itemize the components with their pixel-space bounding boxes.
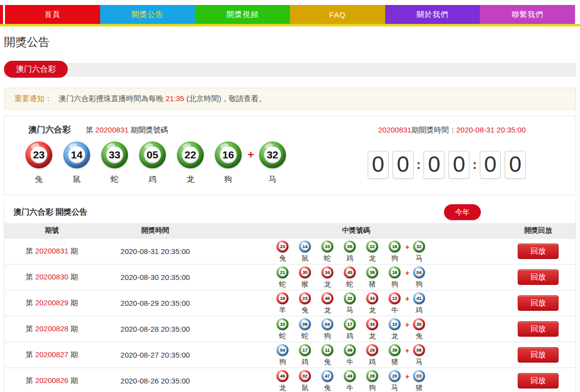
zodiac-label: 鼠 xyxy=(301,384,308,392)
row-draw-time: 2020-08-31 20:35:00 xyxy=(99,247,211,256)
lottery-ball: 47兔 xyxy=(321,370,333,392)
zodiac-label: 马 xyxy=(416,254,423,263)
row-winning-balls: 19羊23兔46龙32马34龙13牛+41鸡 xyxy=(211,291,501,315)
ball-number: 32 xyxy=(264,146,281,163)
nav-tab-videos[interactable]: 開獎視頻 xyxy=(195,5,290,24)
row-issue-number: 20200831 xyxy=(35,247,69,255)
zodiac-label: 兔 xyxy=(324,358,331,367)
nav-tab-announcements[interactable]: 開獎公告 xyxy=(100,5,195,24)
ball-red-icon: 29 xyxy=(366,344,378,356)
ball-number: 10 xyxy=(391,320,399,328)
nav-tab-home[interactable]: 首頁 xyxy=(5,5,100,24)
ball-number: 13 xyxy=(391,294,399,302)
ball-green-icon: 39 xyxy=(366,266,378,278)
row-replay-cell: 回放 xyxy=(501,244,576,259)
ball-number: 16 xyxy=(391,243,399,251)
table-row: 第 20200826 期2020-08-26 20:35:0046龙02鼠47兔… xyxy=(4,368,576,392)
ball-blue-icon: 04 xyxy=(413,266,425,278)
lottery-ball: 22龙 xyxy=(366,241,378,263)
ball-number: 19 xyxy=(279,294,287,302)
ball-red-icon: 30 xyxy=(299,266,311,278)
lottery-ball: 03猪 xyxy=(413,370,425,392)
zodiac-label: 蛇 xyxy=(279,280,286,289)
nav-accent-strip xyxy=(0,5,3,24)
row-issue-prefix: 第 xyxy=(25,350,35,359)
zodiac-label: 兔 xyxy=(324,384,331,392)
ball-blue-icon: 03 xyxy=(413,370,425,382)
lottery-tab-macau[interactable]: 澳门六合彩 xyxy=(4,61,68,78)
row-replay-cell: 回放 xyxy=(501,295,576,311)
table-row: 第 20200828 期2020-08-28 20:35:0033蛇09蛇04狗… xyxy=(4,316,576,342)
lottery-ball: 32马 xyxy=(344,292,356,315)
ball-green-icon: 39 xyxy=(389,344,401,356)
ball-number: 03 xyxy=(415,372,423,380)
ball-blue-icon: 41 xyxy=(413,292,425,304)
ball-blue-icon: 14 xyxy=(299,241,311,253)
ball-green-icon: 32 xyxy=(259,141,286,168)
replay-button[interactable]: 回放 xyxy=(518,295,559,311)
lottery-ball: 05鸡 xyxy=(344,241,356,263)
replay-button[interactable]: 回放 xyxy=(518,347,559,363)
zodiac-label: 鸡 xyxy=(416,306,423,315)
ball-green-icon: 05 xyxy=(344,241,356,253)
plus-icon: + xyxy=(405,292,410,304)
replay-button[interactable]: 回放 xyxy=(518,321,559,337)
row-issue-prefix: 第 xyxy=(25,376,35,385)
column-header-replay: 開獎回放 xyxy=(501,226,576,235)
ball-green-icon: 32 xyxy=(413,241,425,253)
ball-red-icon: 35 xyxy=(413,318,425,330)
table-row: 第 20200829 期2020-08-29 20:35:0019羊23兔46龙… xyxy=(4,290,576,316)
ball-number: 08 xyxy=(415,346,423,354)
lottery-ball: 34龙 xyxy=(366,292,378,315)
ball-red-icon: 08 xyxy=(413,344,425,356)
row-issue: 第 20200826 期 xyxy=(4,376,99,386)
row-issue-suffix: 期 xyxy=(68,324,78,333)
lottery-ball: 23兔 xyxy=(299,292,311,315)
this-year-button[interactable]: 今年 xyxy=(444,204,481,220)
draw-time-issue: 20200831 xyxy=(378,126,412,134)
nav-tab-contact[interactable]: 聯繫我們 xyxy=(480,5,575,24)
plus-icon: + xyxy=(248,141,254,168)
ball-number: 33 xyxy=(106,146,123,163)
issue-suffix: 期開獎號碼 xyxy=(129,126,168,134)
lottery-ball: 13牛 xyxy=(389,292,401,315)
lottery-ball: 29鸡 xyxy=(366,344,378,367)
lottery-ball: 16狗 xyxy=(389,266,401,289)
nav-tab-faq[interactable]: FAQ xyxy=(290,5,385,24)
zodiac-label: 蛇 xyxy=(279,332,286,341)
ball-red-icon: 34 xyxy=(321,266,333,278)
ball-number: 14 xyxy=(301,243,309,251)
nav-tab-about[interactable]: 關於我們 xyxy=(385,5,480,24)
ball-green-icon: 16 xyxy=(389,241,401,253)
replay-button[interactable]: 回放 xyxy=(518,244,559,259)
ball-green-icon: 33 xyxy=(321,241,333,253)
lottery-ball: 22龙 xyxy=(177,141,204,185)
row-issue: 第 20200831 期 xyxy=(4,247,99,256)
lottery-ball: 11兔 xyxy=(321,344,333,367)
ball-number: 45 xyxy=(346,268,354,276)
lottery-tab-bar-background xyxy=(4,63,576,77)
column-header-issue: 期號 xyxy=(4,226,99,235)
row-draw-time: 2020-08-29 20:35:00 xyxy=(99,299,211,307)
ball-blue-icon: 09 xyxy=(299,318,311,330)
ball-red-icon: 46 xyxy=(321,292,333,304)
ball-green-icon: 05 xyxy=(139,141,166,168)
zodiac-label: 龙 xyxy=(369,254,376,263)
ball-number: 30 xyxy=(301,268,309,276)
lottery-ball: 21蛇 xyxy=(277,266,289,289)
replay-button[interactable]: 回放 xyxy=(518,269,559,285)
row-issue-number: 20200829 xyxy=(35,298,69,307)
ball-number: 46 xyxy=(323,294,331,302)
zodiac-label: 龙 xyxy=(369,332,376,341)
notice-time: 21:35 xyxy=(165,94,184,103)
lottery-ball: 45蛇 xyxy=(344,266,356,289)
lottery-ball: 46龙 xyxy=(321,292,333,315)
zodiac-label: 狗 xyxy=(279,358,286,367)
countdown-digit: 0 xyxy=(480,151,501,179)
replay-button[interactable]: 回放 xyxy=(518,373,559,389)
lottery-tab-bar: 澳门六合彩 xyxy=(4,61,576,78)
row-winning-balls: 23兔14鼠33蛇05鸡22龙16狗+32马 xyxy=(211,240,501,263)
zodiac-label: 狗 xyxy=(224,174,232,185)
row-issue-number: 20200826 xyxy=(35,376,69,385)
plus-icon: + xyxy=(405,370,410,382)
